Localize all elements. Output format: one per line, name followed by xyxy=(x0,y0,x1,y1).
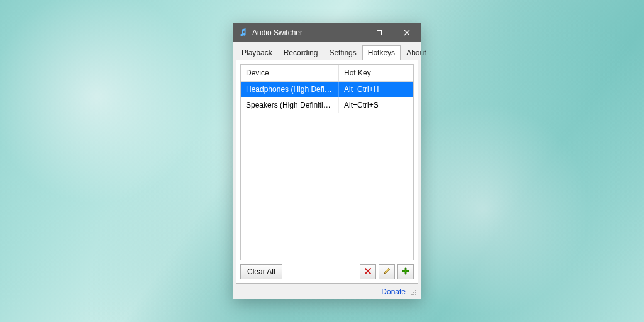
app-window: Audio Switcher Playback Recording Settin… xyxy=(233,23,421,299)
edit-button[interactable] xyxy=(379,264,395,279)
svg-point-5 xyxy=(415,294,416,295)
cell-hotkey: Alt+Ctrl+S xyxy=(339,97,413,113)
footer: Donate xyxy=(233,286,421,299)
tab-about[interactable]: About xyxy=(401,45,431,60)
plus-icon xyxy=(401,267,410,277)
toolbar: Clear All xyxy=(240,260,414,279)
delete-icon xyxy=(364,267,372,277)
svg-rect-0 xyxy=(349,33,354,33)
cell-hotkey: Alt+Ctrl+H xyxy=(339,82,413,97)
resize-grip[interactable] xyxy=(409,288,417,296)
add-button[interactable] xyxy=(397,264,414,279)
listview-header: Device Hot Key xyxy=(241,65,413,82)
maximize-button[interactable] xyxy=(365,23,393,42)
tab-hotkeys[interactable]: Hotkeys xyxy=(362,45,401,60)
svg-point-7 xyxy=(411,294,413,295)
window-title: Audio Switcher xyxy=(252,28,303,37)
titlebar[interactable]: Audio Switcher xyxy=(233,23,421,42)
tab-content: Device Hot Key Headphones (High Definiti… xyxy=(236,60,418,284)
delete-button[interactable] xyxy=(360,264,376,279)
clear-all-button[interactable]: Clear All xyxy=(240,264,282,279)
tab-recording[interactable]: Recording xyxy=(278,45,324,60)
hotkeys-listview[interactable]: Device Hot Key Headphones (High Definiti… xyxy=(240,64,414,260)
column-header-device[interactable]: Device xyxy=(241,65,339,81)
svg-point-6 xyxy=(413,294,414,295)
tab-strip: Playback Recording Settings Hotkeys Abou… xyxy=(233,42,421,60)
pencil-icon xyxy=(382,267,391,277)
donate-link[interactable]: Donate xyxy=(381,287,406,296)
tab-settings[interactable]: Settings xyxy=(323,45,362,60)
svg-point-3 xyxy=(415,292,416,293)
tab-playback[interactable]: Playback xyxy=(236,45,278,60)
minimize-button[interactable] xyxy=(338,23,365,42)
cell-device: Headphones (High Definitio... xyxy=(241,82,339,97)
table-row[interactable]: Speakers (High Definition A... Alt+Ctrl+… xyxy=(241,97,413,113)
svg-point-4 xyxy=(413,292,414,293)
svg-rect-1 xyxy=(377,31,382,35)
svg-point-2 xyxy=(415,290,416,291)
app-icon xyxy=(238,28,248,38)
listview-body: Headphones (High Definitio... Alt+Ctrl+H… xyxy=(241,82,413,260)
desktop-wallpaper: Audio Switcher Playback Recording Settin… xyxy=(0,0,644,322)
table-row[interactable]: Headphones (High Definitio... Alt+Ctrl+H xyxy=(241,82,413,97)
cell-device: Speakers (High Definition A... xyxy=(241,97,339,113)
column-header-hotkey[interactable]: Hot Key xyxy=(339,65,413,81)
close-button[interactable] xyxy=(393,23,421,42)
